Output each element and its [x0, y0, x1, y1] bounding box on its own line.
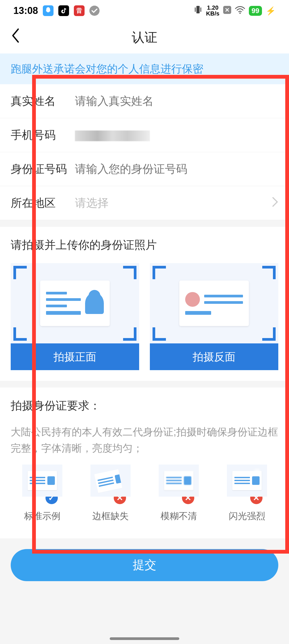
example-standard-img [22, 465, 62, 497]
submit-label: 提交 [133, 557, 156, 573]
status-bar: 13:08 昔 1.20 KB/s 99 ⚡ [0, 0, 289, 21]
submit-wrap: 提交 [0, 538, 289, 592]
id-front-preview[interactable] [11, 263, 139, 343]
privacy-banner: 跑腿外送承诺会对您的个人信息进行保密 [0, 53, 289, 84]
header: 认证 [0, 21, 289, 53]
idnum-input[interactable] [75, 163, 278, 175]
charging-icon: ⚡ [266, 6, 276, 16]
app-icon-tiktok [58, 5, 69, 16]
status-right: 1.20 KB/s 99 ⚡ [194, 5, 276, 17]
network-speed: 1.20 KB/s [206, 5, 219, 17]
example-blurry: ✕ 模糊不清 [147, 465, 210, 522]
chevron-right-icon [272, 197, 278, 210]
row-id-number: 身份证号码 [0, 152, 289, 186]
capture-row: 拍摄正面 [11, 263, 278, 370]
battery-badge: 99 [249, 6, 262, 16]
phone-value[interactable] [75, 129, 278, 141]
capture-back-label: 拍摄反面 [193, 350, 235, 364]
capture-card-back: 拍摄反面 [150, 263, 278, 370]
row-phone: 手机号码 [0, 118, 289, 152]
corner-icon [123, 327, 136, 341]
corner-icon [153, 327, 166, 341]
requirements-section: 拍摄身份证要求： 大陆公民持有的本人有效二代身份证;拍摄时确保身份证边框完整，字… [0, 388, 289, 538]
emblem-icon [185, 292, 200, 307]
banner-text: 跑腿外送承诺会对您的个人信息进行保密 [11, 63, 203, 75]
form-section: 真实姓名 手机号码 身份证号码 所在地区 请选择 [0, 84, 289, 220]
corner-icon [262, 327, 276, 341]
person-icon [85, 293, 104, 314]
wifi-icon [235, 5, 245, 16]
example-label: 闪光强烈 [229, 510, 265, 522]
phone-label: 手机号码 [11, 128, 75, 143]
example-label: 边框缺失 [92, 510, 129, 522]
phone-redacted [75, 131, 150, 141]
home-indicator[interactable] [110, 637, 179, 640]
example-label: 标准示例 [24, 510, 60, 522]
corner-icon [153, 266, 166, 279]
corner-icon [262, 266, 276, 279]
capture-front-button[interactable]: 拍摄正面 [11, 343, 139, 370]
status-time: 13:08 [13, 5, 38, 16]
example-border-missing: ✕ 边框缺失 [79, 465, 142, 522]
example-flash-img [227, 465, 267, 497]
example-label: 模糊不清 [161, 510, 197, 522]
close-square-icon [223, 5, 231, 16]
svg-point-4 [239, 13, 241, 14]
submit-button[interactable]: 提交 [11, 549, 278, 581]
speed-unit: KB/s [206, 11, 219, 17]
idnum-label: 身份证号码 [11, 162, 75, 177]
svg-rect-2 [200, 7, 201, 12]
id-front-illustration [40, 281, 110, 326]
capture-card-front: 拍摄正面 [11, 263, 139, 370]
speed-value: 1.20 [206, 5, 219, 11]
example-blurry-img [159, 465, 199, 497]
example-flash: ✕ 闪光强烈 [215, 465, 278, 522]
corner-icon [123, 266, 136, 279]
app-icon-qq [43, 5, 54, 16]
example-standard: ✓ 标准示例 [11, 465, 74, 522]
requirements-desc: 大陆公民持有的本人有效二代身份证;拍摄时确保身份证边框完整，字体清晰，亮度均匀； [11, 424, 278, 457]
row-region[interactable]: 所在地区 请选择 [0, 186, 289, 220]
page-title: 认证 [132, 29, 157, 46]
corner-icon [13, 266, 27, 279]
name-input[interactable] [75, 95, 278, 108]
id-back-illustration [179, 281, 249, 326]
status-left: 13:08 昔 [13, 5, 100, 16]
requirements-title: 拍摄身份证要求： [11, 398, 278, 413]
app-icon-red: 昔 [74, 5, 85, 16]
capture-section: 请拍摄并上传你的身份证照片 [0, 227, 289, 381]
svg-rect-0 [196, 6, 200, 13]
vibrate-icon [194, 5, 202, 17]
name-label: 真实姓名 [11, 94, 75, 109]
back-button[interactable] [11, 28, 20, 47]
capture-title: 请拍摄并上传你的身份证照片 [11, 237, 278, 252]
id-back-preview[interactable] [150, 263, 278, 343]
region-value: 请选择 [75, 195, 272, 210]
capture-back-button[interactable]: 拍摄反面 [150, 343, 278, 370]
row-real-name: 真实姓名 [0, 84, 289, 118]
capture-front-label: 拍摄正面 [54, 350, 96, 364]
corner-icon [13, 327, 27, 341]
examples-row: ✓ 标准示例 ✕ 边框缺失 ✕ 模糊不清 ✕ 闪光强烈 [11, 465, 278, 528]
region-label: 所在地区 [11, 195, 75, 210]
check-icon [89, 6, 100, 16]
svg-rect-1 [195, 7, 196, 12]
example-border-img [90, 465, 131, 497]
